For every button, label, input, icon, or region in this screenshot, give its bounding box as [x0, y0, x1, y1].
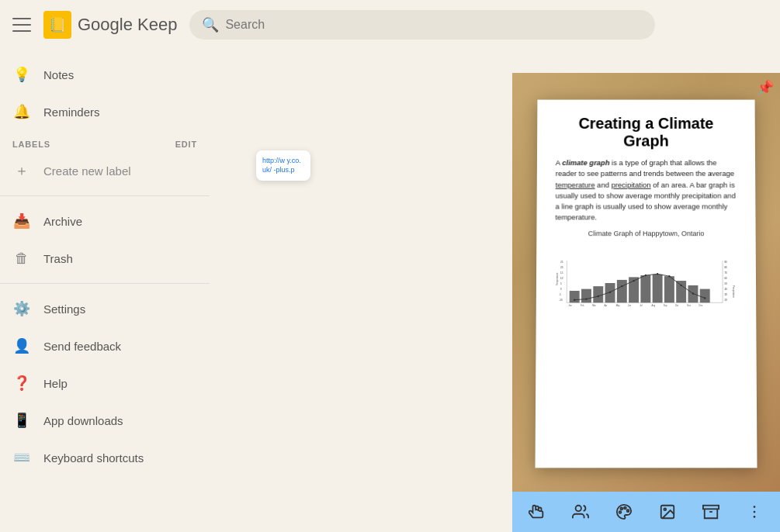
- more-options-button[interactable]: [742, 499, 767, 524]
- labels-title: Labels: [12, 140, 50, 149]
- url-card: http://w y.co.uk/ -plus.p: [256, 150, 310, 181]
- svg-text:Oct: Oct: [675, 304, 678, 307]
- svg-point-57: [576, 506, 581, 511]
- svg-point-59: [627, 510, 629, 512]
- svg-text:50: 50: [724, 282, 727, 285]
- svg-point-58: [624, 507, 626, 510]
- document-image: 📌 Creating a Climate Graph A climate gra…: [512, 73, 780, 492]
- menu-icon[interactable]: [12, 16, 31, 34]
- svg-text:Precipitation: Precipitation: [732, 285, 735, 298]
- svg-rect-25: [640, 275, 650, 302]
- search-input[interactable]: [225, 18, 643, 32]
- palette-button[interactable]: [612, 499, 636, 524]
- svg-text:Sep: Sep: [664, 304, 667, 307]
- svg-text:Aug: Aug: [652, 304, 656, 307]
- sidebar-divider-2: [0, 283, 210, 284]
- collaborator-button[interactable]: [568, 499, 593, 524]
- svg-text:Jun: Jun: [628, 304, 632, 307]
- svg-rect-19: [570, 291, 580, 302]
- svg-text:30: 30: [725, 293, 728, 296]
- toolbar-icons: [525, 499, 767, 524]
- svg-text:Apr: Apr: [604, 304, 607, 307]
- svg-text:Temperature: Temperature: [556, 272, 559, 285]
- labels-section-header: Labels EDIT: [0, 130, 210, 152]
- sidebar-item-feedback[interactable]: 👤 Send feedback: [0, 327, 210, 364]
- svg-point-63: [664, 508, 666, 510]
- image-button[interactable]: [655, 499, 680, 524]
- svg-point-60: [620, 508, 622, 510]
- settings-icon: ⚙️: [12, 299, 31, 318]
- sidebar-item-app-downloads[interactable]: 📱 App downloads: [0, 402, 210, 439]
- plus-icon: ＋: [12, 161, 31, 180]
- svg-point-68: [754, 516, 756, 518]
- svg-text:Jan: Jan: [569, 304, 573, 307]
- svg-text:20: 20: [725, 299, 728, 302]
- document-body: A climate graph is a type of graph that …: [555, 158, 737, 224]
- document-paper: Creating a Climate Graph A climate graph…: [536, 100, 757, 468]
- svg-point-66: [754, 506, 756, 508]
- sidebar: 💡 Notes 🔔 Reminders Labels EDIT ＋ Create…: [0, 50, 210, 532]
- trash-icon: 🗑: [12, 249, 31, 268]
- svg-text:Jul: Jul: [640, 304, 643, 307]
- svg-rect-27: [664, 276, 674, 302]
- sidebar-item-keyboard-shortcuts[interactable]: ⌨️ Keyboard shortcuts: [0, 439, 210, 476]
- chart-title: Climate Graph of Happytown, Ontario: [555, 230, 737, 237]
- sidebar-item-settings[interactable]: ⚙️ Settings: [0, 290, 210, 327]
- svg-text:0: 0: [560, 288, 562, 291]
- search-bar[interactable]: 🔍: [189, 10, 655, 40]
- svg-point-67: [754, 511, 756, 513]
- svg-text:Nov: Nov: [687, 304, 691, 307]
- bell-icon: 🔔: [12, 102, 31, 121]
- done-button[interactable]: DONE: [773, 499, 780, 525]
- svg-text:70: 70: [724, 271, 727, 275]
- svg-text:60: 60: [724, 277, 727, 280]
- svg-rect-30: [700, 289, 710, 303]
- svg-text:40: 40: [725, 288, 728, 291]
- app-logo: 📒 Google Keep: [43, 11, 177, 39]
- search-icon: 🔍: [202, 16, 219, 33]
- svg-point-61: [619, 511, 622, 513]
- topbar: 📒 Google Keep 🔍: [0, 0, 780, 50]
- chart-wrapper: 25 20 15 10 5 0 -5 -10 90 80: [555, 240, 737, 326]
- hand-tool-button[interactable]: [525, 499, 549, 524]
- logo-icon: 📒: [43, 11, 71, 39]
- svg-text:20: 20: [560, 266, 563, 269]
- content-area: http://w y.co.uk/ -plus.p 📌 Creating a C…: [210, 50, 780, 532]
- sidebar-item-trash[interactable]: 🗑 Trash: [0, 240, 210, 277]
- sidebar-item-reminders[interactable]: 🔔 Reminders: [0, 93, 210, 130]
- sidebar-divider-1: [0, 195, 210, 196]
- svg-rect-64: [703, 506, 719, 510]
- svg-text:5: 5: [560, 282, 562, 285]
- sidebar-item-notes[interactable]: 💡 Notes: [0, 56, 210, 93]
- image-toolbar: DONE: [512, 492, 780, 532]
- svg-text:15: 15: [560, 271, 563, 275]
- lightbulb-icon: 💡: [12, 65, 31, 84]
- svg-text:Dec: Dec: [699, 304, 703, 307]
- climate-chart: 25 20 15 10 5 0 -5 -10 90 80: [555, 240, 737, 326]
- svg-rect-26: [653, 275, 663, 302]
- archive-button[interactable]: [699, 499, 723, 524]
- pin-icon: 📌: [757, 79, 774, 96]
- main-content: 💡 Notes 🔔 Reminders Labels EDIT ＋ Create…: [0, 50, 780, 532]
- svg-text:Mar: Mar: [592, 304, 596, 307]
- labels-edit-button[interactable]: EDIT: [175, 140, 197, 149]
- download-icon: 📱: [12, 411, 31, 430]
- svg-rect-23: [617, 280, 627, 302]
- sidebar-item-help[interactable]: ❓ Help: [0, 364, 210, 402]
- create-label-item[interactable]: ＋ Create new label: [0, 152, 210, 189]
- svg-text:-5: -5: [559, 293, 561, 296]
- feedback-icon: 👤: [12, 337, 31, 355]
- image-panel: 📌 Creating a Climate Graph A climate gra…: [512, 73, 780, 532]
- svg-text:90: 90: [724, 261, 727, 264]
- svg-text:Feb: Feb: [581, 304, 584, 307]
- svg-text:80: 80: [724, 266, 727, 269]
- svg-rect-20: [581, 289, 591, 303]
- svg-text:-10: -10: [559, 299, 563, 302]
- svg-text:10: 10: [560, 277, 563, 280]
- image-container: 📌 Creating a Climate Graph A climate gra…: [512, 73, 780, 492]
- document-title: Creating a Climate Graph: [556, 116, 737, 150]
- keyboard-icon: ⌨️: [12, 448, 31, 467]
- svg-text:25: 25: [560, 261, 563, 264]
- sidebar-item-archive[interactable]: 📥 Archive: [0, 202, 210, 240]
- help-icon: ❓: [12, 374, 31, 392]
